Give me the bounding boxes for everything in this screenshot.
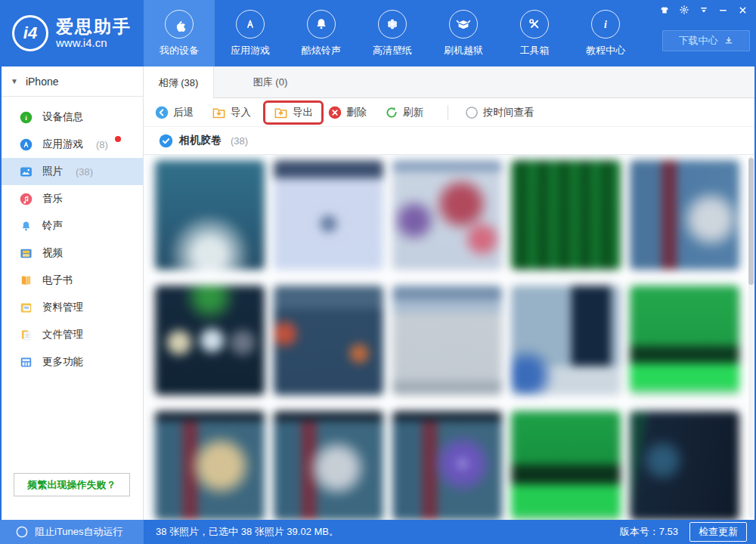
photo-thumbnail-13[interactable] xyxy=(392,411,502,520)
nav-item-6[interactable]: 工具箱 xyxy=(499,0,570,66)
photo-thumbnail-2[interactable] xyxy=(274,160,383,270)
photo-toolbar: 后退 导入 导出 xyxy=(144,98,756,127)
sidebar: ▼ iPhone i设备信息应用游戏(8)照片(38)音乐铃声视频电子书资料管理… xyxy=(0,66,144,520)
photo-image xyxy=(630,160,739,270)
radio-icon xyxy=(465,106,479,119)
settings-button[interactable] xyxy=(675,2,692,17)
sidebar-item-label: 视频 xyxy=(42,246,63,260)
delete-label: 删除 xyxy=(346,106,367,119)
back-icon xyxy=(155,106,169,119)
sidebar-item-4[interactable]: 音乐 xyxy=(0,185,143,212)
photo-thumbnail-3[interactable] xyxy=(392,160,502,270)
sidebar-item-3[interactable]: 照片(38) xyxy=(0,158,143,185)
photo-thumbnail-5[interactable] xyxy=(630,160,739,270)
photo-thumbnail-12[interactable] xyxy=(274,411,383,520)
block-itunes-label: 阻止iTunes自动运行 xyxy=(35,525,123,539)
sidebar-item-7[interactable]: 电子书 xyxy=(0,267,143,294)
delete-icon xyxy=(328,106,342,119)
nav-item-5[interactable]: 刷机越狱 xyxy=(428,0,499,66)
photo-image xyxy=(274,160,383,270)
sidebar-item-label: 更多功能 xyxy=(42,355,83,369)
view-by-time-label: 按时间查看 xyxy=(483,106,534,119)
close-button[interactable] xyxy=(734,2,751,17)
photo-image xyxy=(392,286,502,395)
i4-logo-icon: i4 xyxy=(12,15,48,51)
sidebar-item-8[interactable]: 资料管理 xyxy=(0,294,143,321)
app-logo: i4 爱思助手 www.i4.cn xyxy=(12,15,132,51)
tab-albums[interactable]: 相簿 (38) xyxy=(144,66,213,99)
sidebar-item-10[interactable]: 更多功能 xyxy=(0,348,143,376)
photo-thumbnail-10[interactable] xyxy=(630,286,739,395)
toolbar-divider xyxy=(448,105,448,120)
nav-item-label: 应用游戏 xyxy=(231,44,270,57)
photo-image xyxy=(392,160,502,270)
minimize-button[interactable] xyxy=(714,2,732,17)
block-itunes-toggle[interactable]: 阻止iTunes自动运行 xyxy=(0,520,144,544)
photo-grid xyxy=(144,155,756,520)
import-button[interactable]: 导入 xyxy=(212,106,251,119)
photo-image xyxy=(630,411,739,520)
svg-text:i: i xyxy=(604,18,607,29)
sidebar-item-5[interactable]: 铃声 xyxy=(0,212,143,240)
sidebar-item-count: (38) xyxy=(76,166,93,178)
nav-item-7[interactable]: i教程中心 xyxy=(570,0,641,66)
sidebar-item-6[interactable]: 视频 xyxy=(0,240,143,267)
nav-item-4[interactable]: 高清壁纸 xyxy=(357,0,428,66)
album-row[interactable]: 相机胶卷 (38) xyxy=(144,127,756,155)
photo-thumbnail-8[interactable] xyxy=(392,286,502,395)
sidebar-item-label: 照片 xyxy=(42,165,63,178)
sidebar-item-label: 设备信息 xyxy=(42,110,83,124)
photo-thumbnail-4[interactable] xyxy=(511,160,621,270)
photos-icon xyxy=(20,165,33,178)
nav-item-2[interactable]: 应用游戏 xyxy=(215,0,286,66)
wallpaper-icon xyxy=(378,10,407,39)
sidebar-item-9[interactable]: 文件管理 xyxy=(0,321,143,348)
jailbreak-icon xyxy=(449,10,478,39)
export-button[interactable]: 导出 xyxy=(274,106,313,119)
nav-item-1[interactable]: 我的设备 xyxy=(144,0,215,66)
app-header: i4 爱思助手 www.i4.cn 我的设备应用游戏酷炫铃声高清壁纸刷机越狱工具… xyxy=(0,0,756,66)
skin-button[interactable] xyxy=(655,2,673,17)
photo-thumbnail-1[interactable] xyxy=(155,160,265,270)
notification-badge xyxy=(115,136,121,142)
sidebar-item-2[interactable]: 应用游戏(8) xyxy=(0,131,143,158)
nav-item-3[interactable]: 酷炫铃声 xyxy=(286,0,357,66)
video-icon xyxy=(20,247,33,260)
photo-thumbnail-9[interactable] xyxy=(511,286,621,395)
ebook-icon xyxy=(20,274,33,287)
refresh-label: 刷新 xyxy=(403,106,423,119)
sidebar-item-label: 资料管理 xyxy=(42,301,83,314)
photo-image xyxy=(155,160,265,270)
check-update-button[interactable]: 检查更新 xyxy=(689,522,747,542)
sidebar-item-label: 铃声 xyxy=(42,219,63,233)
main-content: 相簿 (38) 图库 (0) 后退 导入 xyxy=(144,66,756,520)
menu-button[interactable] xyxy=(695,2,712,17)
photo-image xyxy=(630,286,739,395)
tray-icon xyxy=(699,5,709,15)
photo-thumbnail-14[interactable] xyxy=(511,411,621,520)
download-center-button[interactable]: 下载中心 xyxy=(662,30,750,51)
scrollbar-thumb[interactable] xyxy=(748,158,754,285)
album-checked-icon[interactable] xyxy=(159,134,173,148)
photo-thumbnail-15[interactable] xyxy=(630,411,739,520)
photo-thumbnail-7[interactable] xyxy=(274,286,383,395)
device-header[interactable]: ▼ iPhone xyxy=(0,66,143,97)
status-bar: 阻止iTunes自动运行 38 张照片，已选中 38 张照片 39.02 MB。… xyxy=(0,520,756,544)
operation-failure-help-button[interactable]: 频繁出现操作失败？ xyxy=(14,473,130,496)
sidebar-item-1[interactable]: i设备信息 xyxy=(0,104,143,131)
apple-icon xyxy=(165,10,194,39)
album-name: 相机胶卷 xyxy=(179,134,222,147)
delete-button[interactable]: 删除 xyxy=(328,106,367,119)
main-nav: 我的设备应用游戏酷炫铃声高清壁纸刷机越狱工具箱i教程中心 xyxy=(144,0,641,66)
tab-gallery[interactable]: 图库 (0) xyxy=(213,66,327,98)
refresh-button[interactable]: 刷新 xyxy=(385,106,423,119)
sidebar-list: i设备信息应用游戏(8)照片(38)音乐铃声视频电子书资料管理文件管理更多功能 xyxy=(0,104,143,376)
sidebar-item-count: (8) xyxy=(96,139,108,150)
view-by-time-toggle[interactable]: 按时间查看 xyxy=(465,106,534,119)
back-button[interactable]: 后退 xyxy=(155,106,194,119)
photo-thumbnail-6[interactable] xyxy=(155,286,265,395)
photo-image xyxy=(274,286,383,395)
photo-thumbnail-11[interactable] xyxy=(155,411,265,520)
photo-image xyxy=(511,160,621,270)
appstore-icon xyxy=(236,10,265,39)
